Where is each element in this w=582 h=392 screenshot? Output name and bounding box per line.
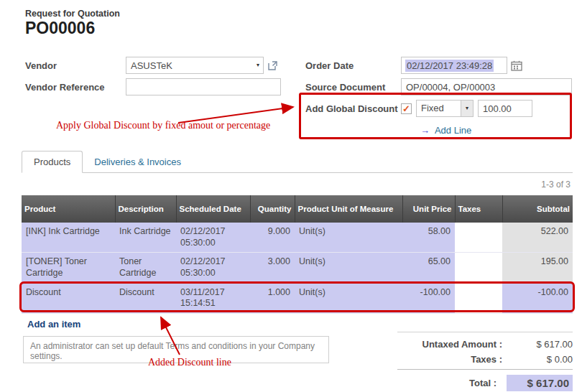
order-date-label: Order Date	[305, 60, 401, 71]
cell-unit-price[interactable]: -100.00	[402, 283, 455, 313]
vendor-reference-label: Vendor Reference	[25, 82, 126, 93]
dropdown-button[interactable]: ▾	[461, 101, 473, 116]
col-header-product: Product	[22, 195, 115, 223]
discount-type-value: Fixed	[417, 101, 461, 116]
cell-taxes[interactable]	[455, 223, 502, 253]
rfq-page: Request for Quotation PO00006 Vendor ASU…	[0, 0, 582, 392]
table-row[interactable]: [INK] Ink Cartridge Ink Cartridge 02/12/…	[22, 223, 573, 253]
vendor-reference-input[interactable]	[126, 78, 281, 95]
global-discount-controls: ✓ Fixed ▾	[401, 100, 532, 117]
table-row[interactable]: [TONER] Toner Cartridge Toner Cartridge …	[22, 253, 573, 283]
vendor-label: Vendor	[25, 60, 126, 71]
external-link-icon[interactable]	[267, 60, 278, 71]
col-header-quantity: Quantity	[250, 195, 295, 223]
calendar-icon[interactable]	[511, 60, 522, 71]
order-lines-table: Product Description Scheduled Date Quant…	[22, 195, 573, 335]
form-right-column: Order Date 02/12/2017 23:49:28 Source Do…	[305, 55, 575, 141]
cell-uom[interactable]: Unit(s)	[295, 223, 402, 253]
taxes-value: $ 0.00	[512, 354, 573, 365]
annotation-text-global-discount: Apply Global Discount by fixed amout or …	[56, 120, 270, 131]
cell-subtotal[interactable]: -100.00	[502, 283, 573, 313]
total-row: Total : $ 617.00	[397, 375, 573, 391]
col-header-scheduled-date: Scheduled Date	[176, 195, 250, 223]
col-header-description: Description	[115, 195, 176, 223]
cell-scheduled-date[interactable]: 02/12/2017 05:30:00	[176, 223, 250, 253]
col-header-taxes: Taxes	[455, 195, 502, 223]
discount-amount-input[interactable]	[478, 100, 532, 117]
add-line-link[interactable]: → Add Line	[420, 125, 471, 136]
form-left-column: Vendor ASUSTeK ▾ Vendor Reference	[25, 55, 287, 98]
taxes-row: Taxes : $ 0.00	[397, 354, 573, 365]
page-title: PO00006	[25, 19, 95, 38]
cell-product[interactable]: [TONER] Toner Cartridge	[22, 253, 115, 283]
cell-subtotal[interactable]: 195.00	[502, 253, 573, 283]
total-value: $ 617.00	[507, 375, 573, 391]
arrow-right-icon: →	[420, 125, 430, 136]
taxes-label: Taxes :	[471, 354, 502, 365]
order-date-value: 02/12/2017 23:49:28	[405, 60, 494, 72]
cell-description[interactable]: Toner Cartridge	[115, 253, 176, 283]
untaxed-amount-value: $ 617.00	[512, 339, 573, 350]
global-discount-label: Add Global Discount	[305, 103, 401, 114]
cell-unit-price[interactable]: 58.00	[402, 223, 455, 253]
cell-quantity[interactable]: 1.000	[250, 283, 295, 313]
table-row-discount[interactable]: Discount Discount 03/11/2017 15:14:51 1.…	[22, 283, 573, 313]
notebook-tabs: Products Deliveries & Invoices	[22, 151, 573, 173]
cell-scheduled-date[interactable]: 03/11/2017 15:14:51	[176, 283, 250, 313]
total-label: Total :	[469, 378, 496, 388]
pager: 1-3 of 3	[541, 179, 571, 190]
cell-scheduled-date[interactable]: 02/12/2017 05:30:00	[176, 253, 250, 283]
cell-uom[interactable]: Unit(s)	[295, 253, 402, 283]
global-discount-row: Add Global Discount ✓ Fixed ▾	[305, 98, 575, 119]
vendor-value: ASUSTeK	[131, 60, 172, 71]
cell-unit-price[interactable]: 65.00	[402, 253, 455, 283]
annotation-text-discount-line: Added Discount line	[148, 357, 231, 368]
vendor-row: Vendor ASUSTeK ▾	[25, 55, 287, 76]
check-icon: ✓	[402, 104, 410, 113]
cell-quantity[interactable]: 9.000	[250, 223, 295, 253]
order-date-row: Order Date 02/12/2017 23:49:28	[305, 55, 575, 76]
doc-type-label: Request for Quotation	[25, 9, 120, 19]
cell-taxes[interactable]	[455, 283, 502, 313]
global-discount-checkbox[interactable]: ✓	[401, 103, 412, 114]
chevron-down-icon: ▾	[466, 106, 468, 111]
order-date-input[interactable]: 02/12/2017 23:49:28	[401, 57, 507, 74]
totals-divider	[397, 369, 573, 370]
totals-panel: Untaxed Amount : $ 617.00 Taxes : $ 0.00…	[397, 332, 573, 392]
source-document-row: Source Document	[305, 76, 575, 98]
table-header-row: Product Description Scheduled Date Quant…	[22, 195, 573, 223]
vendor-select[interactable]: ASUSTeK ▾	[126, 57, 264, 74]
add-line-row: → Add Line	[305, 119, 575, 141]
add-an-item-link[interactable]: Add an item	[27, 319, 80, 330]
cell-description[interactable]: Discount	[115, 283, 176, 313]
untaxed-amount-row: Untaxed Amount : $ 617.00	[397, 339, 573, 350]
vendor-reference-row: Vendor Reference	[25, 76, 287, 98]
cell-product[interactable]: [INK] Ink Cartridge	[22, 223, 115, 253]
cell-taxes[interactable]	[455, 253, 502, 283]
discount-type-select[interactable]: Fixed ▾	[416, 100, 474, 117]
source-document-input[interactable]	[401, 78, 572, 95]
col-header-unit-price: Unit Price	[402, 195, 455, 223]
cell-subtotal[interactable]: 522.00	[502, 223, 573, 253]
untaxed-amount-label: Untaxed Amount :	[422, 339, 502, 350]
source-document-label: Source Document	[305, 82, 401, 93]
cell-uom[interactable]: Unit(s)	[295, 283, 402, 313]
chevron-down-icon: ▾	[257, 62, 259, 68]
cell-description[interactable]: Ink Cartridge	[115, 223, 176, 253]
col-header-subtotal: Subtotal	[502, 195, 573, 223]
tab-products[interactable]: Products	[22, 151, 83, 173]
cell-product[interactable]: Discount	[22, 283, 115, 313]
add-line-label: Add Line	[435, 125, 471, 136]
tab-deliveries-invoices[interactable]: Deliveries & Invoices	[83, 151, 193, 172]
col-header-uom: Product Unit of Measure	[295, 195, 402, 223]
cell-quantity[interactable]: 3.000	[250, 253, 295, 283]
